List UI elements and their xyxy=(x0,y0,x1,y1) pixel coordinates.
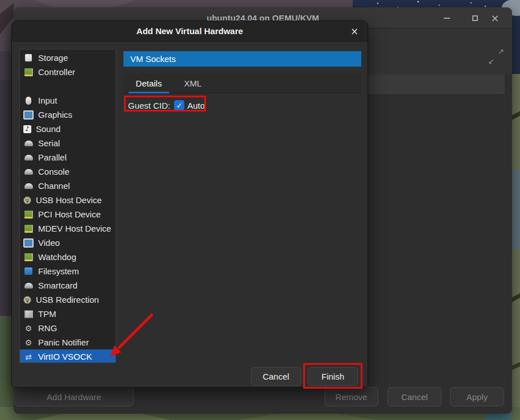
sidebar-item-label: MDEV Host Device xyxy=(38,224,111,233)
pci-card-icon xyxy=(23,253,34,262)
sidebar-item-virtio-vsock[interactable]: ⇄ VirtIO VSOCK xyxy=(20,349,115,363)
gears-icon: ⚙ xyxy=(23,324,34,333)
guest-cid-label: Guest CID: xyxy=(128,101,170,110)
close-window-button[interactable]: × xyxy=(488,7,502,28)
sidebar-item-tpm[interactable]: TPM xyxy=(20,307,115,321)
sidebar-item-parallel[interactable]: Parallel xyxy=(20,150,115,164)
sidebar-item-mdev-host-device[interactable]: MDEV Host Device xyxy=(20,221,115,236)
screen: ubuntu24.04 on QEMU/KVM × ↗ ↙ Add Hardwa… xyxy=(0,0,520,420)
sidebar-item-label: Watchdog xyxy=(38,252,76,262)
sidebar-item-label: Storage xyxy=(38,53,68,63)
mouse-icon xyxy=(23,96,34,105)
tab-xml[interactable]: XML xyxy=(179,73,207,93)
sidebar-item-label: Controller xyxy=(38,67,75,77)
pane-title: VM Sockets xyxy=(123,51,361,67)
pci-card-icon xyxy=(23,224,34,233)
sidebar-item-smartcard[interactable]: Smartcard xyxy=(20,278,115,293)
close-icon: × xyxy=(490,13,499,23)
gears-icon: ⚙ xyxy=(23,338,34,347)
sidebar-item-controller[interactable]: Controller xyxy=(20,65,115,79)
sidebar-item-usb-host-device[interactable]: ψ USB Host Device xyxy=(20,193,115,207)
maximize-icon xyxy=(472,15,478,21)
sidebar-item-label: Panic Notifier xyxy=(38,337,89,347)
sidebar-spacer xyxy=(20,79,115,93)
expand-arrow-ne-icon: ↗ xyxy=(498,47,504,56)
sidebar-item-label: Video xyxy=(38,238,60,248)
expand-arrow-sw-icon: ↙ xyxy=(488,57,494,65)
sidebar-item-label: Graphics xyxy=(38,110,72,120)
chip-icon xyxy=(23,310,34,319)
pci-card-icon xyxy=(23,210,34,219)
finish-button[interactable]: Finish xyxy=(308,367,358,386)
auto-checkbox-label: Auto xyxy=(187,101,205,110)
sidebar-item-label: Serial xyxy=(38,138,60,148)
disk-icon xyxy=(23,53,34,63)
sidebar-item-panic-notifier[interactable]: ⚙ Panic Notifier xyxy=(20,335,115,349)
sidebar-item-watchdog[interactable]: Watchdog xyxy=(20,250,115,264)
vm-cancel-button[interactable]: Cancel xyxy=(387,387,441,406)
serial-port-icon xyxy=(23,153,34,162)
expand-view-button[interactable]: ↗ ↙ xyxy=(487,47,505,65)
sidebar-item-video[interactable]: Video xyxy=(20,236,115,250)
usb-icon: ψ xyxy=(23,196,31,204)
sidebar-item-label: Smartcard xyxy=(38,281,77,290)
sidebar-item-label: USB Redirection xyxy=(36,295,99,304)
detail-pane: VM Sockets Details XML Guest CID: ✓ Auto xyxy=(123,21,361,387)
maximize-button[interactable] xyxy=(468,7,482,28)
pci-card-icon xyxy=(23,68,34,77)
serial-port-icon xyxy=(23,281,34,290)
sidebar-item-pci-host-device[interactable]: PCI Host Device xyxy=(20,207,115,221)
serial-port-icon xyxy=(23,182,34,191)
hardware-type-list: Storage Controller Input Graphics ♪ Soun… xyxy=(19,49,116,363)
minimize-icon xyxy=(444,18,450,19)
sidebar-item-label: Console xyxy=(38,167,69,176)
sync-arrows-icon: ⇄ xyxy=(23,352,34,361)
sidebar-item-label: RNG xyxy=(38,323,57,333)
usb-icon: ψ xyxy=(23,296,31,304)
sound-card-icon: ♪ xyxy=(23,125,31,133)
tab-bar: Details XML xyxy=(123,73,361,93)
sidebar-item-label: Channel xyxy=(38,181,70,191)
sidebar-item-label: VirtIO VSOCK xyxy=(38,352,92,361)
sidebar-item-label: USB Host Device xyxy=(36,195,102,205)
sidebar-item-channel[interactable]: Channel xyxy=(20,179,115,193)
sidebar-item-label: TPM xyxy=(38,309,56,319)
add-hardware-button[interactable]: Add Hardware xyxy=(14,387,134,406)
remove-button[interactable]: Remove xyxy=(324,387,378,406)
sidebar-item-rng[interactable]: ⚙ RNG xyxy=(20,321,115,335)
sidebar-item-serial[interactable]: Serial xyxy=(20,136,115,150)
dialog-cancel-button[interactable]: Cancel xyxy=(251,367,301,386)
minimize-button[interactable] xyxy=(439,7,454,28)
sidebar-item-label: Parallel xyxy=(38,153,67,162)
serial-port-icon xyxy=(23,167,34,176)
apply-button[interactable]: Apply xyxy=(450,387,504,406)
sidebar-item-label: Filesystem xyxy=(38,266,79,276)
sidebar-item-sound[interactable]: ♪ Sound xyxy=(20,122,115,136)
auto-checkbox[interactable]: ✓ xyxy=(174,100,184,110)
sidebar-item-input[interactable]: Input xyxy=(20,93,115,108)
tab-details[interactable]: Details xyxy=(129,73,169,93)
guest-cid-row: Guest CID: ✓ Auto xyxy=(128,98,205,112)
serial-port-icon xyxy=(23,139,34,148)
sidebar-item-graphics[interactable]: Graphics xyxy=(20,108,115,122)
add-hardware-dialog: Add New Virtual Hardware × Storage Contr… xyxy=(11,20,368,388)
sidebar-item-label: Input xyxy=(38,96,57,105)
sidebar-item-console[interactable]: Console xyxy=(20,164,115,179)
sidebar-item-label: Sound xyxy=(36,124,60,134)
sidebar-item-usb-redirection[interactable]: ψ USB Redirection xyxy=(20,293,115,307)
display-icon xyxy=(23,110,34,120)
display-icon xyxy=(23,238,34,248)
sidebar-item-label: PCI Host Device xyxy=(38,209,101,219)
sidebar-item-storage[interactable]: Storage xyxy=(20,51,115,65)
folder-icon xyxy=(23,267,34,276)
sidebar-item-filesystem[interactable]: Filesystem xyxy=(20,264,115,278)
